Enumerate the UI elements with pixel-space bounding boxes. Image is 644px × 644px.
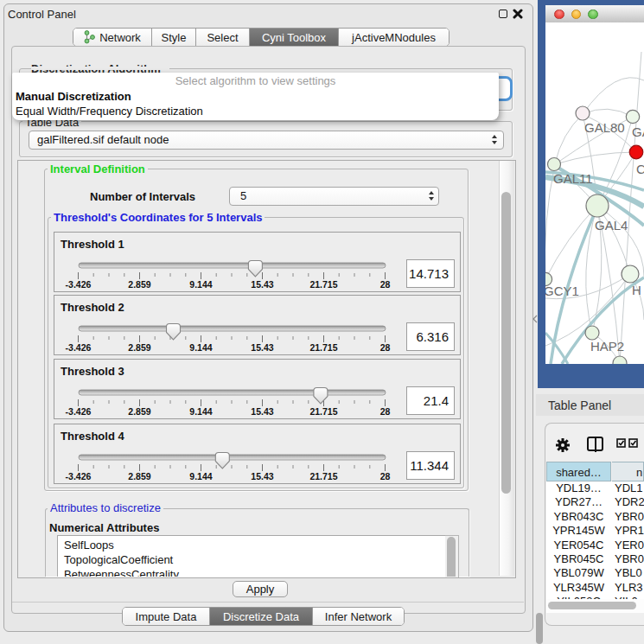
svg-text:-3.426: -3.426	[66, 279, 92, 290]
svg-text:28: 28	[380, 406, 391, 417]
svg-text:21.715: 21.715	[309, 279, 337, 290]
svg-text:9.144: 9.144	[189, 406, 212, 417]
svg-text:-3.426: -3.426	[66, 342, 92, 353]
svg-text:2.859: 2.859	[128, 406, 150, 417]
svg-text:28: 28	[380, 279, 391, 290]
svg-text:GAL80: GAL80	[584, 120, 625, 135]
svg-text:C: C	[636, 162, 644, 176]
svg-text:GCY1: GCY1	[545, 284, 579, 298]
svg-text:28: 28	[380, 342, 391, 353]
svg-text:21.715: 21.715	[309, 471, 337, 481]
svg-text:9.144: 9.144	[189, 471, 212, 481]
svg-text:2.859: 2.859	[128, 471, 150, 481]
svg-text:15.43: 15.43	[251, 342, 273, 353]
svg-text:2.859: 2.859	[128, 279, 150, 290]
svg-text:15.43: 15.43	[251, 471, 273, 481]
svg-text:9.144: 9.144	[189, 279, 212, 290]
svg-text:2.859: 2.859	[128, 342, 150, 353]
svg-text:15.43: 15.43	[251, 406, 273, 417]
svg-text:GAL4: GAL4	[595, 218, 628, 233]
svg-text:21.715: 21.715	[309, 406, 337, 417]
svg-text:15.43: 15.43	[251, 279, 273, 290]
svg-text:HAP2: HAP2	[590, 339, 624, 354]
svg-text:28: 28	[380, 471, 391, 481]
svg-text:GA: GA	[632, 124, 644, 139]
svg-text:GAL11: GAL11	[553, 171, 593, 186]
svg-text:H: H	[632, 283, 641, 297]
svg-text:-3.426: -3.426	[66, 471, 92, 481]
svg-text:9.144: 9.144	[189, 342, 212, 353]
svg-text:-3.426: -3.426	[66, 406, 92, 417]
svg-text:21.715: 21.715	[309, 342, 337, 353]
